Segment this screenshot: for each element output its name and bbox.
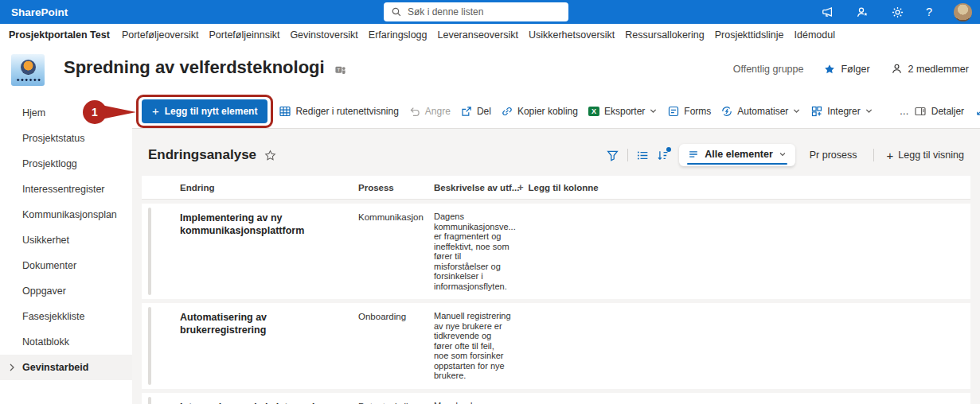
- table-row[interactable]: Automatisering av brukerregistrering Onb…: [142, 303, 970, 389]
- chevron-down-icon: [865, 107, 873, 115]
- sidebar-item-label: Interessentregister: [22, 184, 105, 195]
- divider: [873, 149, 874, 161]
- add-column-button[interactable]: + Legg til kolonne: [517, 182, 970, 192]
- row-accent-bar: [148, 397, 151, 404]
- command-bar-button[interactable]: …: [878, 99, 914, 124]
- sidebar: Hjem Prosjektstatus Prosjektlogg Interes…: [0, 94, 132, 404]
- grid-edit-icon: [279, 105, 291, 118]
- hub-nav-tab[interactable]: Usikkerhetsoversikt: [529, 29, 615, 41]
- cell-endring[interactable]: Automatisering av brukerregistrering: [180, 311, 358, 381]
- follow-star-icon: [824, 64, 835, 75]
- command-bar-button[interactable]: Del: [455, 99, 496, 124]
- favorite-star-icon[interactable]: [264, 150, 276, 161]
- command-bar-button[interactable]: Forms: [662, 99, 716, 124]
- command-bar-actions: Rediger i rutenettvisning An: [274, 99, 913, 124]
- command-bar-button[interactable]: Kopier kobling: [496, 99, 583, 124]
- link-icon: [501, 105, 513, 118]
- chevron-right-icon: [7, 363, 17, 372]
- hub-nav-tab[interactable]: Erfaringslogg: [369, 29, 428, 41]
- command-bar-button-label: Del: [477, 106, 491, 117]
- hub-navigation: Prosjektportalen Test Porteføljeoversikt…: [0, 24, 980, 46]
- details-button[interactable]: Detaljer: [914, 105, 964, 118]
- cell-beskrivelse: Manuell registrering av nye brukere er t…: [434, 311, 517, 381]
- sidebar-item[interactable]: Interessentregister: [0, 177, 132, 202]
- annotation-step-badge: 1: [83, 100, 107, 124]
- page-title: Spredning av velferdsteknologi: [64, 57, 325, 78]
- sidebar-item[interactable]: Fasesjekkliste: [0, 304, 132, 329]
- hub-nav-tab[interactable]: Leveranseoversikt: [438, 29, 518, 41]
- sidebar-item[interactable]: Notatblokk: [0, 329, 132, 355]
- members-button[interactable]: 2 medlemmer: [891, 63, 969, 75]
- list-view-icon: [688, 149, 699, 160]
- list-title: Endringsanalyse: [148, 147, 256, 163]
- cell-beskrivelse: Dagens kommunikasjonsve... er fragmenter…: [434, 212, 517, 291]
- hub-nav-tab[interactable]: Gevinstoversikt: [290, 29, 357, 41]
- expand-icon[interactable]: [975, 105, 980, 117]
- table-row[interactable]: Integrasjon med eksisterende helsesystem…: [142, 393, 970, 404]
- sidebar-item[interactable]: Prosjektlogg: [0, 151, 132, 177]
- sharepoint-logo-text[interactable]: SharePoint: [0, 6, 68, 18]
- hub-nav-tab[interactable]: Ressursallokering: [625, 29, 704, 41]
- search-input[interactable]: [408, 6, 551, 17]
- automate-flow-icon: [720, 105, 733, 118]
- group-type-label: Offentlig gruppe: [733, 64, 804, 75]
- column-header-endring[interactable]: Endring: [180, 183, 358, 192]
- plus-icon: +: [152, 104, 159, 118]
- group-by-icon[interactable]: [636, 149, 650, 162]
- add-new-item-button[interactable]: + Legg til nytt element: [142, 99, 267, 123]
- follow-button[interactable]: Følger: [824, 64, 869, 75]
- details-pane-icon: [914, 105, 927, 118]
- command-bar-button-label: Eksporter: [604, 106, 645, 117]
- cell-endring[interactable]: Implementering av ny kommunikasjonsplatt…: [180, 212, 358, 291]
- column-header-beskrivelse[interactable]: Beskrivelse av utf...: [434, 183, 517, 192]
- sidebar-item-label: Prosjektlogg: [22, 158, 77, 169]
- view-tab-current[interactable]: Alle elementer: [679, 144, 795, 166]
- site-logo-emblem: [21, 60, 36, 75]
- help-icon[interactable]: ?: [926, 6, 932, 18]
- table-row[interactable]: Implementering av ny kommunikasjonsplatt…: [142, 204, 970, 299]
- cell-endring[interactable]: Integrasjon med eksisterende helsesystem…: [180, 401, 358, 404]
- cell-prosess: Datautveksling: [358, 401, 434, 404]
- avatar[interactable]: [954, 3, 972, 21]
- sidebar-item[interactable]: Gevinstarbeid: [0, 355, 132, 380]
- site-logo[interactable]: [11, 54, 45, 86]
- hub-nav-tab[interactable]: Porteføljeoversikt: [122, 29, 199, 41]
- column-header-prosess[interactable]: Prosess: [358, 183, 434, 192]
- hub-nav-tab[interactable]: Prosjekttidslinje: [715, 29, 784, 41]
- table-header-row: Endring Prosess Beskrivelse av utf... + …: [142, 176, 970, 200]
- sidebar-item[interactable]: Usikkerhet: [0, 227, 132, 253]
- hub-tabs: PorteføljeoversiktPorteføljeinnsiktGevin…: [122, 29, 835, 41]
- command-bar-button[interactable]: X Eksporter: [583, 99, 662, 124]
- person-badge-icon[interactable]: [856, 6, 869, 19]
- command-bar-button[interactable]: Integrer: [806, 99, 877, 124]
- command-bar-button[interactable]: Rediger i rutenettvisning: [274, 99, 403, 124]
- cell-prosess: Kommunikasjon: [358, 212, 434, 291]
- command-bar-button-label: Angre: [425, 106, 451, 117]
- view-tab-secondary[interactable]: Pr prosess: [802, 145, 865, 165]
- command-bar-button[interactable]: Automatiser: [716, 99, 806, 124]
- search-box[interactable]: [384, 2, 568, 21]
- hub-nav-tab[interactable]: Idémodul: [795, 29, 835, 41]
- settings-gear-icon[interactable]: [891, 6, 904, 19]
- chevron-down-icon: [779, 150, 787, 158]
- sidebar-item[interactable]: Prosjektstatus: [0, 126, 132, 151]
- share-icon: [460, 105, 473, 118]
- command-bar-button-label: Rediger i rutenettvisning: [295, 106, 398, 117]
- command-bar-button-label: Kopier kobling: [517, 106, 578, 117]
- hub-brand-link[interactable]: Prosjektportalen Test: [9, 29, 110, 41]
- list-region: Endringsanalyse Alle elementer Pr proses…: [132, 130, 980, 404]
- search-icon: [391, 6, 402, 17]
- megaphone-icon[interactable]: [821, 6, 834, 19]
- sidebar-item-label: Usikkerhet: [22, 235, 69, 246]
- sidebar-item[interactable]: Oppgaver: [0, 278, 132, 304]
- filter-icon[interactable]: [606, 149, 619, 162]
- sidebar-item[interactable]: Kommunikasjonsplan: [0, 202, 132, 227]
- sidebar-item[interactable]: Dokumenter: [0, 253, 132, 278]
- svg-text:X: X: [592, 107, 596, 115]
- command-bar-button[interactable]: Angre: [404, 99, 455, 124]
- plus-icon: +: [517, 182, 524, 192]
- hub-nav-tab[interactable]: Porteføljeinnsikt: [209, 29, 279, 41]
- suite-bar: SharePoint ?: [0, 0, 980, 24]
- sidebar-item-label: Oppgaver: [22, 286, 66, 297]
- add-view-button[interactable]: + Legg til visning: [882, 145, 969, 166]
